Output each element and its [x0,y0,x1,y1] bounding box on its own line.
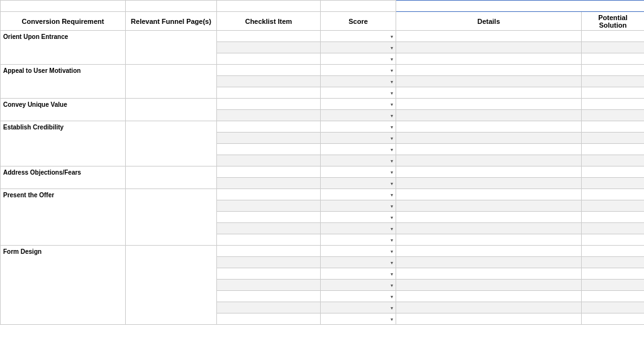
dropdown-arrow-icon[interactable]: ▾ [391,79,393,84]
dropdown-arrow-icon[interactable]: ▾ [391,259,393,265]
dropdown-arrow-icon[interactable]: ▾ [391,226,393,231]
score-cell[interactable]: ▾ [321,234,396,246]
table-row: Address Objections/Fears▾ [1,166,645,178]
empty-header-4 [321,1,396,12]
dropdown-arrow-icon[interactable]: ▾ [391,271,393,276]
dropdown-arrow-icon[interactable]: ▾ [391,237,393,243]
dropdown-arrow-icon[interactable]: ▾ [391,192,393,197]
potential-solution-cell [582,166,645,178]
score-cell[interactable]: ▾ [321,65,396,76]
score-cell[interactable]: ▾ [321,223,396,234]
funnel-pages-cell [126,189,217,246]
score-cell[interactable]: ▾ [321,246,396,257]
score-cell[interactable]: ▾ [321,133,396,144]
dropdown-arrow-icon[interactable]: ▾ [391,56,393,62]
category-cell: Form Design [1,246,126,325]
dropdown-arrow-icon[interactable]: ▾ [391,248,393,254]
score-cell[interactable]: ▾ [321,280,396,291]
dropdown-arrow-icon[interactable]: ▾ [391,45,393,50]
funnel-pages-cell [126,166,217,189]
checklist-item-cell [217,133,321,144]
score-cell[interactable]: ▾ [321,99,396,110]
dropdown-arrow-icon[interactable]: ▾ [391,180,393,186]
dropdown-arrow-icon[interactable]: ▾ [391,101,393,107]
funnel-pages-cell [126,65,217,99]
score-cell[interactable]: ▾ [321,166,396,178]
score-cell[interactable]: ▾ [321,87,396,99]
score-cell[interactable]: ▾ [321,76,396,87]
col-header-checklist: Checklist Item [217,12,321,31]
details-cell [396,110,582,121]
score-cell[interactable]: ▾ [321,110,396,121]
details-cell [396,291,582,302]
dropdown-arrow-icon[interactable]: ▾ [391,33,393,39]
dropdown-arrow-icon[interactable]: ▾ [391,305,393,310]
score-cell[interactable]: ▾ [321,268,396,280]
checklist-item-cell [217,155,321,166]
checklist-item-cell [217,144,321,155]
details-cell [396,99,582,110]
potential-solution-cell [582,212,645,223]
score-cell[interactable]: ▾ [321,144,396,155]
checklist-item-cell [217,76,321,87]
checklist-item-cell [217,223,321,234]
checklist-item-cell [217,302,321,314]
checklist-item-cell [217,87,321,99]
score-cell[interactable]: ▾ [321,155,396,166]
score-cell[interactable]: ▾ [321,121,396,133]
table-row: Appeal to User Motivation▾ [1,65,645,76]
dropdown-arrow-icon[interactable]: ▾ [391,293,393,299]
score-cell[interactable]: ▾ [321,257,396,268]
details-cell [396,144,582,155]
score-cell[interactable]: ▾ [321,42,396,53]
score-cell[interactable]: ▾ [321,200,396,212]
table-row: Orient Upon Entrance▾ [1,31,645,42]
score-cell[interactable]: ▾ [321,189,396,200]
dropdown-arrow-icon[interactable]: ▾ [391,203,393,209]
details-cell [396,257,582,268]
dropdown-arrow-icon[interactable]: ▾ [391,135,393,141]
score-cell[interactable]: ▾ [321,302,396,314]
dropdown-arrow-icon[interactable]: ▾ [391,146,393,152]
score-cell[interactable]: ▾ [321,178,396,189]
empty-header-3 [217,1,321,12]
potential-solution-cell [582,291,645,302]
potential-solution-cell [582,87,645,99]
dropdown-arrow-icon[interactable]: ▾ [391,214,393,220]
checklist-item-cell [217,212,321,223]
table-row: Form Design▾ [1,246,645,257]
details-cell [396,65,582,76]
potential-solution-cell [582,31,645,42]
score-cell[interactable]: ▾ [321,314,396,325]
empty-header-1 [1,1,126,12]
score-cell[interactable]: ▾ [321,53,396,65]
score-cell[interactable]: ▾ [321,31,396,42]
dropdown-arrow-icon[interactable]: ▾ [391,67,393,73]
dropdown-arrow-icon[interactable]: ▾ [391,124,393,129]
category-cell: Establish Credibility [1,121,126,166]
checklist-item-cell [217,166,321,178]
details-cell [396,212,582,223]
dropdown-arrow-icon[interactable]: ▾ [391,112,393,118]
score-cell[interactable]: ▾ [321,212,396,223]
dropdown-arrow-icon[interactable]: ▾ [391,90,393,95]
potential-solution-cell [582,302,645,314]
checklist-item-cell [217,99,321,110]
checklist-item-cell [217,178,321,189]
col-header-details: Details [396,12,582,31]
checklist-item-cell [217,234,321,246]
score-cell[interactable]: ▾ [321,291,396,302]
potential-solution-cell [582,155,645,166]
dropdown-arrow-icon[interactable]: ▾ [391,158,393,163]
potential-solution-cell [582,314,645,325]
dropdown-arrow-icon[interactable]: ▾ [391,316,393,322]
evaluator-header-row: A - Evaluator 1 [1,1,645,12]
potential-solution-cell [582,144,645,155]
dropdown-arrow-icon[interactable]: ▾ [391,169,393,175]
category-cell: Orient Upon Entrance [1,31,126,65]
potential-solution-cell [582,189,645,200]
col-header-conversion: Conversion Requirement [1,12,126,31]
dropdown-arrow-icon[interactable]: ▾ [391,282,393,288]
checklist-item-cell [217,257,321,268]
col-header-funnel: Relevant Funnel Page(s) [126,12,217,31]
